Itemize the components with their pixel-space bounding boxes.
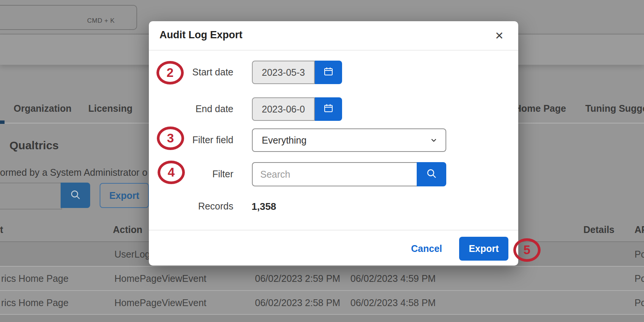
col-header-details[interactable]: Details: [583, 224, 614, 235]
chevron-down-icon: [430, 136, 445, 144]
table-row[interactable]: rics Home Page HomePageViewEvent 06/02/2…: [0, 291, 644, 314]
cell-object: rics Home Page: [1, 297, 69, 308]
annotation-step-2: 2: [156, 61, 184, 84]
export-button[interactable]: Export: [459, 237, 508, 261]
start-date-input[interactable]: 2023-05-3: [252, 61, 315, 84]
tab-licensing[interactable]: Licensing: [88, 103, 133, 114]
end-date-value: 2023-06-0: [262, 104, 305, 115]
export-button-label: Export: [469, 243, 499, 254]
col-header-api[interactable]: AP: [635, 224, 644, 235]
end-date-calendar-button[interactable]: [315, 97, 342, 121]
cell-time-end: 06/02/2023 4:59 PM: [350, 273, 436, 284]
close-icon[interactable]: ✕: [492, 28, 507, 43]
col-header-object[interactable]: t: [0, 224, 3, 235]
audit-export-button[interactable]: Export: [100, 183, 149, 208]
filter-field-value: Everything: [253, 135, 430, 146]
active-tab-indicator: [0, 120, 5, 124]
dialog-header-divider: [149, 50, 518, 50]
keyboard-shortcut-hint: CMD + K: [87, 17, 115, 25]
cell-api: Po: [635, 297, 644, 308]
tab-tuning-suggestions[interactable]: Tuning Sugge: [585, 103, 644, 114]
dialog-footer-divider: [149, 230, 518, 230]
end-date-input[interactable]: 2023-06-0: [252, 97, 315, 121]
cancel-button[interactable]: Cancel: [408, 243, 445, 254]
cell-action: HomePageViewEvent: [114, 273, 206, 284]
cell-action: UserLog: [114, 249, 150, 259]
audit-search-button[interactable]: [61, 183, 90, 208]
audit-search-input[interactable]: [0, 183, 62, 209]
cell-time-start: 06/02/2023 2:58 PM: [255, 297, 340, 308]
tab-organization[interactable]: Organization: [14, 103, 72, 114]
table-row[interactable]: rics Home Page HomePageViewEvent 06/02/2…: [0, 267, 644, 290]
cell-object: rics Home Page: [1, 273, 69, 284]
filter-field-select[interactable]: Everything: [252, 128, 446, 152]
filter-search-button[interactable]: [417, 162, 446, 186]
start-date-value: 2023-05-3: [262, 67, 305, 78]
cell-api: Po: [635, 273, 644, 284]
search-icon: [70, 189, 81, 202]
audit-log-export-dialog: Audit Log Export ✕ Start date 2023-05-3 …: [149, 21, 518, 266]
end-date-label: End date: [156, 103, 233, 114]
annotation-step-4: 4: [158, 161, 185, 184]
cell-time-start: 06/02/2023 2:59 PM: [255, 273, 340, 284]
page-description: ormed by a System Administrator o: [0, 167, 147, 178]
page-title: Qualtrics: [9, 139, 59, 152]
col-header-action[interactable]: Action: [113, 224, 142, 235]
records-count: 1,358: [252, 201, 276, 213]
start-date-calendar-button[interactable]: [315, 61, 342, 84]
table-row[interactable]: [0, 315, 644, 322]
tab-home-page[interactable]: Home Page: [514, 103, 566, 114]
annotation-step-5: 5: [513, 238, 541, 262]
records-label: Records: [156, 201, 233, 212]
cell-time-end: 06/02/2023 4:58 PM: [350, 297, 436, 308]
calendar-icon: [324, 103, 333, 115]
search-icon: [426, 168, 437, 181]
cell-action: HomePageViewEvent: [114, 297, 206, 308]
global-search-bar[interactable]: CMD + K: [0, 5, 137, 30]
audit-export-label: Export: [109, 190, 139, 201]
dialog-title: Audit Log Export: [159, 29, 242, 41]
screen: CMD + K Organization Licensing Home Page…: [0, 0, 644, 322]
cell-api: Po: [635, 249, 644, 259]
filter-search-input[interactable]: [252, 162, 417, 186]
annotation-step-3: 3: [157, 127, 184, 150]
calendar-icon: [324, 67, 333, 78]
